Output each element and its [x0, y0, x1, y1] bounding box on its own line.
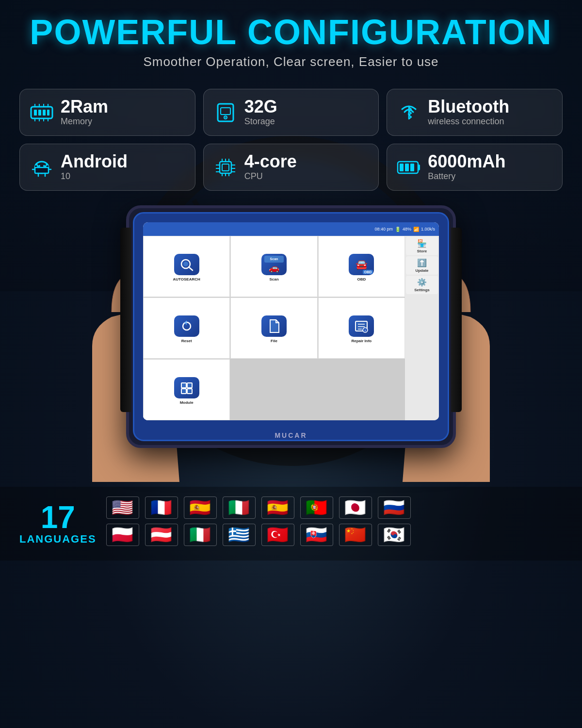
- spec-storage-value: 32G: [244, 98, 277, 116]
- spec-bluetooth-value: Bluetooth: [428, 98, 509, 116]
- svg-point-23: [38, 165, 40, 167]
- spec-cpu-label: CPU: [244, 171, 297, 182]
- spec-storage-label: Storage: [244, 116, 277, 127]
- spec-android-value: Android: [61, 153, 128, 170]
- bluetooth-icon: [397, 99, 421, 125]
- svg-rect-61: [187, 389, 192, 394]
- svg-point-50: [183, 262, 188, 266]
- svg-rect-45: [400, 164, 404, 171]
- flag-es: 🇪🇸: [184, 496, 217, 519]
- screen-battery-icon: 🔋: [395, 227, 401, 232]
- svg-rect-29: [220, 162, 231, 173]
- sidebar-store[interactable]: 🏪 Store: [406, 237, 438, 255]
- flags-row-2: 🇵🇱 🇦🇹 🇮🇹 🇬🇷 🇹🇷 🇸🇰 🇨🇳 🇰🇷: [106, 524, 563, 546]
- autosearch-icon: [174, 254, 199, 275]
- page-content: POWERFUL CONFIGURATION Smoother Operatio…: [0, 0, 582, 728]
- storage-icon: [213, 101, 238, 124]
- spec-bluetooth-label: wireless connection: [428, 116, 509, 127]
- left-grip: [120, 228, 131, 412]
- flags-row-1: 🇺🇸 🇫🇷 🇪🇸 🇮🇹 🇪🇸 🇵🇹 🇯🇵 🇷🇺: [106, 496, 563, 519]
- update-label: Update: [415, 268, 428, 273]
- ram-icon: [30, 101, 54, 124]
- screen-battery: 48%: [403, 227, 411, 232]
- android-icon: [30, 156, 54, 179]
- spec-storage: 32G Storage: [203, 89, 379, 136]
- languages-text: LANGUAGES: [19, 533, 97, 546]
- app-repair[interactable]: i Repair Info: [318, 298, 405, 359]
- languages-label: 17 LANGUAGES: [19, 502, 97, 546]
- flag-sk: 🇸🇰: [300, 524, 333, 546]
- svg-rect-19: [35, 165, 48, 173]
- app-scan[interactable]: Scan 🚗 Scan: [230, 236, 317, 297]
- flag-jp: 🇯🇵: [339, 496, 372, 519]
- right-grip: [451, 228, 462, 412]
- header-section: POWERFUL CONFIGURATION Smoother Operatio…: [0, 0, 582, 74]
- store-label: Store: [417, 249, 427, 253]
- file-label: File: [271, 339, 277, 343]
- spec-bluetooth: Bluetooth wireless connection: [387, 89, 563, 136]
- module-label: Module: [180, 400, 194, 405]
- screen-header: 08:40 pm 🔋 48% 📶 1.00k/s: [143, 222, 439, 236]
- languages-section: 17 LANGUAGES 🇺🇸 🇫🇷 🇪🇸 🇮🇹 🇪🇸 🇵🇹 🇯🇵 🇷🇺 🇵🇱 …: [0, 487, 582, 561]
- flag-at: 🇦🇹: [145, 524, 178, 546]
- repair-label: Repair Info: [351, 339, 372, 343]
- svg-rect-14: [221, 108, 230, 115]
- svg-rect-4: [47, 110, 49, 116]
- flag-it2: 🇮🇹: [184, 524, 217, 546]
- svg-rect-1: [34, 110, 37, 116]
- svg-rect-47: [410, 164, 414, 171]
- app-reset[interactable]: Reset: [143, 298, 230, 359]
- spec-battery-text: 6000mAh Battery: [428, 153, 505, 182]
- hands-container: 08:40 pm 🔋 48% 📶 1.00k/s: [73, 191, 509, 482]
- cpu-icon: [213, 156, 238, 179]
- flag-ru: 🇷🇺: [378, 496, 411, 519]
- spec-android-text: Android 10: [61, 153, 128, 182]
- file-icon: [261, 315, 287, 337]
- svg-rect-60: [181, 389, 186, 394]
- device-screen: 08:40 pm 🔋 48% 📶 1.00k/s: [143, 222, 439, 420]
- spec-battery-label: Battery: [428, 171, 505, 182]
- autosearch-label: AUTOSEARCH: [173, 277, 200, 281]
- scan-icon: Scan 🚗: [261, 254, 287, 275]
- spec-battery-value: 6000mAh: [428, 153, 505, 170]
- store-icon: 🏪: [417, 239, 427, 248]
- flag-kr: 🇰🇷: [378, 524, 411, 546]
- sidebar-settings[interactable]: ⚙️ Settings: [406, 276, 438, 294]
- app-obd[interactable]: 🚘 OBD OBD: [318, 236, 405, 297]
- flag-it: 🇮🇹: [223, 496, 256, 519]
- settings-label: Settings: [414, 288, 430, 292]
- main-title: POWERFUL CONFIGURATION: [10, 15, 572, 50]
- spec-ram-value: 2Ram: [61, 98, 108, 116]
- spec-ram-text: 2Ram Memory: [61, 98, 108, 127]
- screen-main-apps: AUTOSEARCH Scan 🚗 Scan: [143, 236, 405, 420]
- specs-grid: 2Ram Memory 32G Storage: [0, 79, 582, 200]
- flags-container: 🇺🇸 🇫🇷 🇪🇸 🇮🇹 🇪🇸 🇵🇹 🇯🇵 🇷🇺 🇵🇱 🇦🇹 🇮🇹 🇬🇷 🇹🇷 🇸…: [106, 496, 563, 551]
- spec-cpu: 4-core CPU: [203, 144, 379, 191]
- svg-rect-2: [38, 110, 41, 116]
- svg-rect-58: [181, 383, 186, 388]
- spec-battery: 6000mAh Battery: [387, 144, 563, 191]
- svg-rect-44: [418, 165, 420, 170]
- sidebar-update[interactable]: ⬆️ Update: [406, 256, 438, 275]
- battery-icon: [397, 156, 421, 179]
- app-file[interactable]: File: [230, 298, 317, 359]
- flag-fr: 🇫🇷: [145, 496, 178, 519]
- subtitle: Smoother Operation, Clear screen, Easier…: [10, 54, 572, 69]
- reset-label: Reset: [181, 339, 192, 343]
- module-icon: [174, 377, 199, 398]
- svg-point-16: [225, 117, 226, 118]
- reset-icon: [174, 315, 199, 337]
- device-area: 08:40 pm 🔋 48% 📶 1.00k/s: [0, 191, 582, 482]
- svg-point-24: [43, 165, 45, 167]
- app-autosearch[interactable]: AUTOSEARCH: [143, 236, 230, 297]
- app-module[interactable]: Module: [143, 359, 230, 420]
- svg-point-17: [408, 113, 410, 115]
- update-icon: ⬆️: [417, 258, 427, 267]
- settings-icon: ⚙️: [417, 278, 427, 287]
- screen-speed: 1.00k/s: [421, 227, 435, 232]
- spec-cpu-value: 4-core: [244, 153, 297, 170]
- flag-tr: 🇹🇷: [261, 524, 294, 546]
- device-blue-frame: 08:40 pm 🔋 48% 📶 1.00k/s: [133, 212, 449, 441]
- screen-content: AUTOSEARCH Scan 🚗 Scan: [143, 236, 439, 420]
- flag-pl: 🇵🇱: [106, 524, 139, 546]
